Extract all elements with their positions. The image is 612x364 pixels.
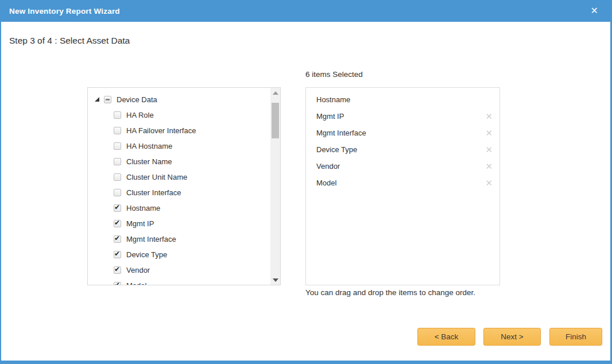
tree-rows: Device Data HA Role HA Failover Interfac… (88, 88, 280, 285)
tree-item-label: Cluster Name (126, 157, 172, 166)
scrollbar-thumb[interactable] (272, 103, 279, 138)
tree-item-label: HA Hostname (126, 142, 172, 150)
tree-item-label: Mgmt Interface (126, 235, 176, 243)
tree-item[interactable]: HA Role (88, 107, 280, 123)
step-heading: Step 3 of 4 : Select Asset Data (9, 36, 130, 46)
selected-item-label: Vendor (316, 162, 340, 171)
finish-button[interactable]: Finish (549, 328, 602, 346)
close-icon[interactable]: ✕ (591, 6, 603, 16)
scroll-up-button[interactable] (270, 88, 280, 98)
tree-item[interactable]: Cluster Unit Name (88, 169, 280, 185)
checkbox[interactable] (114, 220, 121, 227)
selected-item-label: Hostname (316, 95, 350, 104)
selected-item-label: Mgmt Interface (316, 129, 366, 137)
tree-item[interactable]: Model (88, 278, 280, 285)
tree-item-label: Hostname (126, 204, 160, 212)
selected-item-label: Mgmt IP (316, 112, 344, 121)
tree-item[interactable]: Device Type (88, 247, 280, 262)
tree-item[interactable]: Mgmt Interface (88, 231, 280, 247)
selected-item-row[interactable]: Device Type ✕ (306, 141, 499, 158)
tree-item-label: Mgmt IP (126, 219, 154, 228)
tree-item-label: Device Data (117, 95, 157, 104)
tree-item-label: Cluster Interface (126, 188, 181, 197)
checkbox[interactable] (114, 204, 121, 212)
asset-data-tree: Device Data HA Role HA Failover Interfac… (87, 87, 281, 285)
checkbox[interactable] (114, 111, 121, 119)
checkbox[interactable] (114, 127, 121, 134)
back-button[interactable]: < Back (417, 328, 475, 346)
checkbox[interactable] (114, 189, 121, 196)
remove-icon[interactable]: ✕ (485, 162, 493, 171)
tree-item-label: Model (126, 281, 146, 285)
scroll-down-icon (273, 278, 278, 282)
tree-item[interactable]: Vendor (88, 262, 280, 278)
wizard-dialog: New Inventory Report Wizard ✕ Step 3 of … (0, 0, 612, 364)
scroll-down-button[interactable] (270, 275, 280, 285)
checkbox[interactable] (114, 173, 121, 181)
tree-item-label: HA Failover Interface (126, 126, 196, 135)
selected-item-row[interactable]: Mgmt Interface ✕ (306, 125, 499, 141)
remove-icon[interactable]: ✕ (485, 145, 493, 154)
dialog-title: New Inventory Report Wizard (9, 7, 120, 16)
selected-items-panel: Hostname ✕ Mgmt IP ✕ Mgmt Interface ✕ De… (305, 87, 500, 285)
checkbox[interactable] (114, 251, 121, 258)
remove-icon[interactable]: ✕ (485, 179, 493, 187)
selected-item-row[interactable]: Hostname ✕ (306, 91, 499, 108)
tree-item-label: Device Type (126, 250, 167, 259)
tree-item-label: Vendor (126, 266, 150, 274)
selected-item-label: Model (316, 179, 336, 187)
remove-icon[interactable]: ✕ (485, 129, 493, 137)
next-button[interactable]: Next > (483, 328, 541, 346)
tree-scrollbar[interactable] (270, 88, 280, 285)
selected-item-row[interactable]: Model ✕ (306, 175, 499, 191)
selected-item-row[interactable]: Vendor ✕ (306, 158, 499, 175)
selected-item-row[interactable]: Mgmt IP ✕ (306, 108, 499, 125)
checkbox[interactable] (114, 266, 121, 274)
tree-item[interactable]: Hostname (88, 200, 280, 216)
checkbox[interactable] (114, 158, 121, 165)
checkbox[interactable] (114, 142, 121, 150)
remove-icon[interactable]: ✕ (485, 112, 493, 121)
scroll-up-icon (273, 91, 278, 95)
titlebar: New Inventory Report Wizard ✕ (0, 0, 612, 22)
collapse-arrow-icon[interactable] (95, 97, 99, 102)
selected-item-label: Device Type (316, 145, 357, 154)
tree-item-root[interactable]: Device Data (88, 92, 280, 107)
tree-item[interactable]: Cluster Interface (88, 185, 280, 200)
checkbox-indeterminate[interactable] (104, 96, 111, 103)
tree-item[interactable]: HA Failover Interface (88, 123, 280, 138)
checkbox[interactable] (114, 235, 121, 243)
tree-item[interactable]: Cluster Name (88, 154, 280, 169)
selected-count-label: 6 items Selected (305, 70, 363, 79)
tree-item-label: Cluster Unit Name (126, 173, 187, 181)
tree-item-label: HA Role (126, 111, 154, 119)
drag-drop-hint: You can drag and drop the items to chang… (305, 288, 475, 297)
tree-item[interactable]: Mgmt IP (88, 216, 280, 231)
tree-item[interactable]: HA Hostname (88, 138, 280, 154)
checkbox[interactable] (114, 282, 121, 285)
